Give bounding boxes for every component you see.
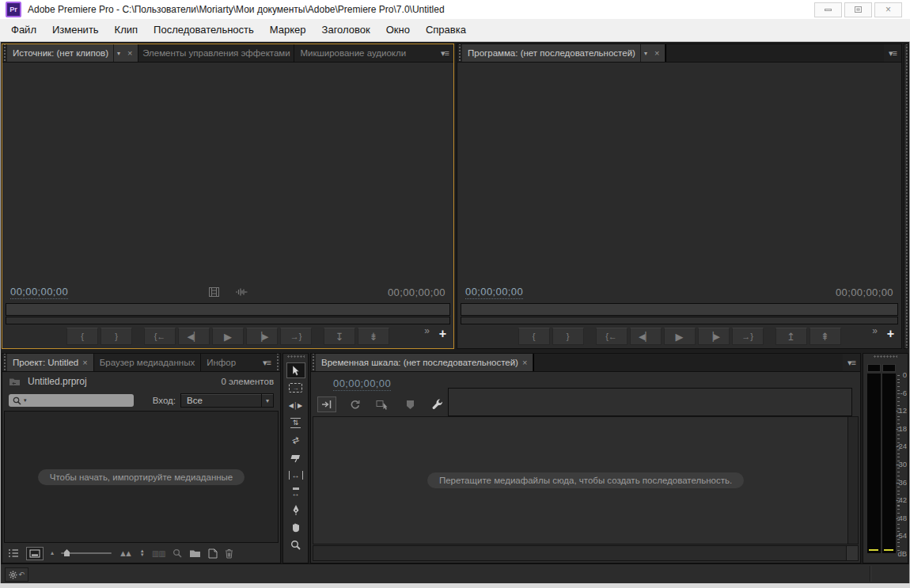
slider-thumb[interactable] bbox=[64, 549, 70, 556]
play-button[interactable]: ▶ bbox=[664, 328, 696, 345]
add-marker-button[interactable] bbox=[400, 396, 419, 412]
step-back-button[interactable]: ◀▏ bbox=[178, 328, 210, 345]
delete-icon[interactable] bbox=[225, 548, 233, 559]
project-tab-close-icon[interactable]: × bbox=[82, 358, 87, 367]
menu-edit[interactable]: Изменить bbox=[44, 19, 107, 41]
filter-dropdown[interactable]: Все ▾ bbox=[180, 393, 274, 408]
tab-info[interactable]: Инфор bbox=[201, 354, 258, 371]
events-button[interactable]: ↶ bbox=[5, 567, 28, 582]
automate-to-sequence-icon[interactable]: ▥▥ bbox=[152, 549, 165, 558]
window-border-bottom[interactable] bbox=[0, 583, 910, 588]
timeline-vertical-scrollbar[interactable] bbox=[847, 417, 858, 544]
audio-meter[interactable]: 0 -6 -12 -18 -24 -30 -36 -42 -48 -54 dB bbox=[863, 361, 908, 563]
rate-stretch-tool[interactable]: ⇄ bbox=[286, 432, 305, 448]
loop-button[interactable] bbox=[345, 396, 364, 412]
zoom-out-icon[interactable]: ▴ bbox=[51, 550, 54, 556]
goto-in-button[interactable]: {← bbox=[144, 328, 176, 345]
tab-timeline[interactable]: Временная шкала: (нет последовательносте… bbox=[316, 354, 533, 371]
find-icon[interactable] bbox=[173, 548, 182, 558]
list-view-button[interactable] bbox=[8, 548, 19, 558]
mark-out-button[interactable]: } bbox=[100, 328, 132, 345]
project-panel-menu-icon[interactable]: ▾≡ bbox=[258, 354, 275, 371]
tab-source[interactable]: Источник: (нет клипов) ▾ × bbox=[7, 44, 138, 62]
timeline-tracks-area[interactable]: Перетащите медиафайлы сюда, чтобы создат… bbox=[313, 416, 859, 544]
menu-help[interactable]: Справка bbox=[418, 19, 474, 41]
timeline-ruler[interactable] bbox=[448, 388, 852, 416]
track-select-tool[interactable]: → bbox=[286, 380, 305, 396]
source-zoom-bar[interactable] bbox=[6, 317, 450, 324]
timeline-panel-menu-icon[interactable]: ▾≡ bbox=[843, 354, 860, 371]
goto-out-button[interactable]: →} bbox=[732, 328, 764, 345]
panel-grip[interactable] bbox=[287, 355, 305, 361]
mark-out-button[interactable]: } bbox=[552, 328, 584, 345]
menu-clip[interactable]: Клип bbox=[107, 19, 146, 41]
step-forward-button[interactable]: ▕▶ bbox=[246, 328, 278, 345]
ripple-edit-tool[interactable]: ◀│▶ bbox=[286, 397, 305, 413]
new-bin-icon[interactable] bbox=[189, 548, 201, 558]
button-editor-add-icon[interactable]: + bbox=[439, 328, 446, 340]
slip-tool[interactable]: ↔ bbox=[286, 467, 305, 483]
new-item-icon[interactable] bbox=[208, 548, 218, 559]
tab-effect-controls[interactable]: Элементы управления эффектами bbox=[138, 44, 294, 62]
panel-grip[interactable] bbox=[275, 354, 280, 371]
source-current-timecode[interactable]: 00;00;00;00 bbox=[10, 286, 68, 299]
tab-program[interactable]: Программа: (нет последовательностей) ▾ × bbox=[462, 44, 665, 62]
zoom-in-icon[interactable]: ▲▲ bbox=[119, 549, 130, 558]
pen-tool[interactable] bbox=[286, 502, 305, 518]
panel-grip[interactable] bbox=[874, 355, 897, 361]
program-current-timecode[interactable]: 00;00;00;00 bbox=[465, 286, 523, 299]
slide-tool[interactable]: ↔ bbox=[286, 484, 305, 500]
insert-button[interactable]: ↧ bbox=[324, 328, 355, 345]
restore-button[interactable] bbox=[844, 2, 872, 17]
program-scrub-bar[interactable] bbox=[461, 303, 898, 316]
overwrite-button[interactable]: ⇟ bbox=[358, 328, 389, 345]
source-tab-dropdown-icon[interactable]: ▾ bbox=[113, 44, 123, 62]
mark-in-button[interactable]: { bbox=[66, 328, 98, 345]
timeline-tab-close-icon[interactable]: × bbox=[522, 358, 527, 367]
search-options-arrow-icon[interactable]: ▾ bbox=[24, 397, 27, 404]
collapsed-panel-grip[interactable] bbox=[904, 44, 908, 349]
program-zoom-bar[interactable] bbox=[461, 317, 898, 324]
scrollbar-corner-box[interactable] bbox=[846, 546, 858, 560]
film-icon[interactable] bbox=[209, 287, 219, 297]
snap-button[interactable] bbox=[317, 396, 336, 412]
project-bin-area[interactable]: Чтобы начать, импортируйте медиаданные bbox=[4, 411, 279, 543]
program-tab-close-icon[interactable]: × bbox=[654, 49, 659, 58]
menu-title[interactable]: Заголовок bbox=[314, 19, 378, 41]
icon-view-button[interactable] bbox=[26, 547, 44, 560]
project-file-name[interactable]: Untitled.prproj bbox=[28, 376, 87, 387]
rolling-edit-tool[interactable]: ⇅ bbox=[286, 415, 305, 431]
zoom-tool[interactable] bbox=[286, 537, 305, 552]
menu-file[interactable]: Файл bbox=[3, 19, 44, 41]
program-panel-menu-icon[interactable]: ▾≡ bbox=[884, 44, 901, 62]
thumbnail-zoom-slider[interactable] bbox=[61, 552, 112, 554]
step-back-button[interactable]: ◀▏ bbox=[630, 328, 662, 345]
title-bar[interactable]: Pr Adobe Premiere Pro - C:\Пользователи\… bbox=[0, 0, 910, 20]
mark-in-button[interactable]: { bbox=[518, 328, 550, 345]
goto-in-button[interactable]: {← bbox=[596, 328, 628, 345]
tab-media-browser[interactable]: Браузер медиаданных bbox=[94, 354, 202, 371]
button-editor-add-icon[interactable]: + bbox=[887, 328, 894, 340]
tab-audio-clip-mixer[interactable]: Микширование аудиокли bbox=[294, 44, 436, 62]
parent-bin-icon[interactable] bbox=[9, 377, 21, 386]
tab-project[interactable]: Проект: Untitled × bbox=[7, 354, 94, 371]
menu-window[interactable]: Окно bbox=[378, 19, 418, 41]
waveform-icon[interactable] bbox=[235, 287, 248, 297]
step-forward-button[interactable]: ▕▶ bbox=[698, 328, 730, 345]
more-buttons-chevron[interactable]: » bbox=[424, 325, 430, 336]
more-buttons-chevron[interactable]: » bbox=[872, 325, 878, 336]
menu-sequence[interactable]: Последовательность bbox=[146, 19, 262, 41]
source-panel-menu-icon[interactable]: ▾≡ bbox=[436, 44, 453, 62]
timeline-settings-button[interactable] bbox=[428, 396, 447, 412]
menu-marker[interactable]: Маркер bbox=[262, 19, 314, 41]
lift-button[interactable]: ↥ bbox=[775, 328, 807, 345]
program-viewer[interactable] bbox=[457, 63, 901, 283]
goto-out-button[interactable]: →} bbox=[280, 328, 312, 345]
source-tab-close-icon[interactable]: × bbox=[127, 49, 132, 58]
timeline-horizontal-scrollbar[interactable] bbox=[313, 545, 859, 561]
linked-selection-button[interactable] bbox=[373, 396, 392, 412]
play-button[interactable]: ▶ bbox=[212, 328, 244, 345]
extract-button[interactable]: ⇞ bbox=[810, 328, 841, 345]
source-scrub-bar[interactable] bbox=[6, 303, 450, 316]
source-viewer[interactable] bbox=[2, 63, 453, 283]
